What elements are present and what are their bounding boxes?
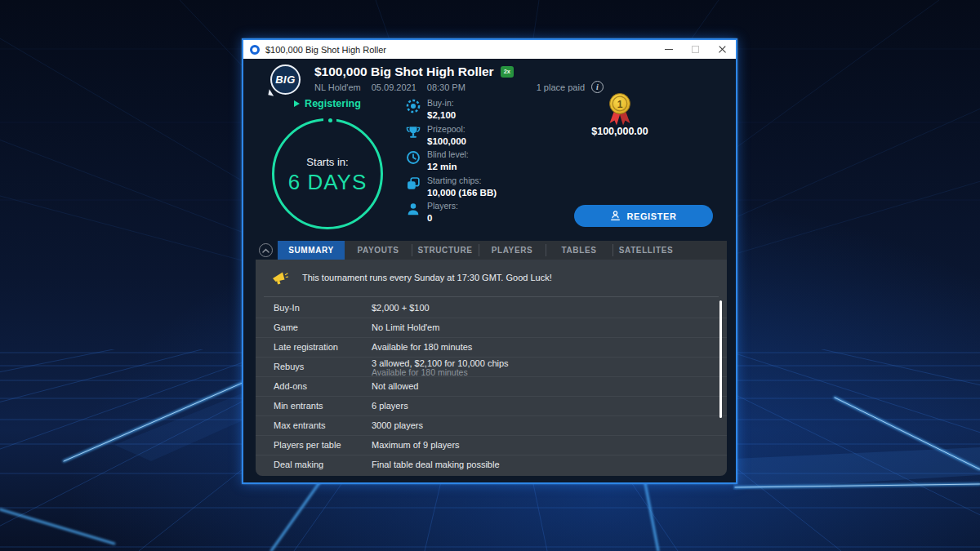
countdown-circle: Starts in: 6 DAYS	[272, 118, 383, 229]
row-label: Deal making	[274, 455, 323, 474]
clock-icon	[406, 150, 421, 165]
stat-starting-chips: Starting chips: 10,000 (166 BB)	[406, 176, 586, 198]
lobby-content: BIG $100,000 Big Shot High Roller 2x NL …	[243, 59, 736, 482]
tournament-title: $100,000 Big Shot High Roller 2x	[314, 64, 514, 79]
circle-progress-dot	[328, 118, 332, 122]
tournament-title-text: $100,000 Big Shot High Roller	[314, 64, 494, 79]
poker-chip-icon	[406, 99, 421, 113]
minimize-icon	[665, 49, 673, 51]
tab-players[interactable]: PLAYERS	[479, 241, 546, 260]
stat-label: Buy-in:	[427, 98, 456, 109]
scrollbar-thumb[interactable]	[719, 300, 722, 418]
summary-row: Game No Limit Hold'em	[256, 318, 727, 338]
logo-text: BIG	[275, 73, 296, 86]
stat-value: 12 min	[427, 161, 469, 172]
places-paid-text: 1 place paid	[537, 82, 585, 92]
stat-label: Starting chips:	[427, 176, 497, 186]
stat-value: $2,100	[427, 109, 456, 121]
desktop-background: $100,000 Big Shot High Roller BIG $100,0…	[0, 0, 980, 551]
register-button-label: REGISTER	[626, 211, 676, 221]
tournament-date: 05.09.2021	[372, 82, 416, 92]
row-label: Game	[274, 318, 298, 337]
stat-prizepool: Prizepool: $100,000	[406, 124, 586, 147]
tab-structure[interactable]: STRUCTURE	[412, 241, 479, 260]
tab-payouts[interactable]: PAYOUTS	[345, 241, 412, 260]
window-titlebar[interactable]: $100,000 Big Shot High Roller	[243, 40, 736, 59]
register-seat-icon	[610, 211, 621, 221]
row-value: Maximum of 9 players	[372, 436, 460, 455]
lobby-tabs: SUMMARY PAYOUTS STRUCTURE PLAYERS TABLES…	[278, 241, 727, 260]
summary-row: Add-ons Not allowed	[256, 377, 727, 397]
row-value: 6 players	[372, 397, 408, 415]
tournament-time: 08:30 PM	[427, 82, 466, 92]
row-value: Final table deal making possible	[372, 455, 500, 474]
trophy-icon	[406, 125, 421, 140]
summary-row: Late registration Available for 180 minu…	[256, 338, 727, 358]
big-shot-logo: BIG	[270, 64, 301, 95]
summary-row: Min entrants 6 players	[256, 397, 727, 416]
starts-in-label: Starts in:	[274, 156, 381, 168]
maximize-icon	[692, 46, 699, 53]
stat-players: Players: 0	[406, 201, 586, 224]
prize-amount: $100,000.00	[563, 126, 677, 137]
megaphone-icon	[271, 269, 288, 286]
stat-label: Blind level:	[427, 149, 469, 160]
tab-tables[interactable]: TABLES	[546, 241, 612, 260]
summary-row: Players per table Maximum of 9 players	[256, 436, 727, 455]
chevron-up-icon	[262, 248, 270, 253]
info-icon[interactable]: i	[591, 81, 604, 93]
stat-blind-level: Blind level: 12 min	[406, 149, 586, 172]
starts-in-value: 6 DAYS	[274, 170, 381, 195]
close-icon	[718, 45, 727, 54]
row-label: Max entrants	[274, 416, 326, 435]
register-button[interactable]: REGISTER	[574, 205, 713, 227]
play-icon	[294, 100, 300, 107]
row-value: 3000 players	[372, 416, 423, 435]
row-label: Min entrants	[274, 397, 323, 415]
stat-label: Prizepool:	[427, 124, 466, 135]
chip-stack-icon	[406, 176, 421, 191]
stat-value: 0	[427, 212, 458, 224]
row-label: Late registration	[274, 338, 338, 357]
row-label: Add-ons	[274, 377, 307, 396]
registering-label: Registering	[305, 98, 361, 109]
stat-buyin: Buy-in: $2,100	[406, 98, 586, 121]
window-title: $100,000 Big Shot High Roller	[265, 45, 655, 55]
row-value: Available for 180 minutes	[372, 338, 472, 357]
row-value: $2,000 + $100	[372, 299, 430, 318]
registering-status: Registering	[272, 98, 383, 109]
first-place-medal-icon: 1	[605, 91, 635, 128]
player-icon	[406, 202, 421, 216]
tab-summary[interactable]: SUMMARY	[278, 241, 345, 260]
summary-panel: This tournament runs every Sunday at 17:…	[256, 260, 727, 476]
tab-satellites[interactable]: SATELLITES	[612, 241, 679, 260]
divider	[264, 296, 719, 297]
row-label: Players per table	[274, 436, 341, 455]
announcement: This tournament runs every Sunday at 17:…	[256, 260, 727, 296]
summary-row: Deal making Final table deal making poss…	[256, 455, 727, 475]
tournament-lobby-window: $100,000 Big Shot High Roller BIG $100,0…	[242, 38, 737, 484]
places-paid: 1 place paid i	[537, 81, 604, 93]
announcement-text: This tournament runs every Sunday at 17:…	[302, 273, 552, 282]
close-button[interactable]	[709, 40, 736, 59]
reentry-badge: 2x	[501, 66, 514, 78]
stat-label: Players:	[427, 201, 458, 211]
row-value: No Limit Hold'em	[372, 318, 439, 337]
stat-value: 10,000 (166 BB)	[427, 187, 497, 198]
row-label: Buy-In	[274, 299, 300, 318]
row-label: Rebuys	[274, 358, 304, 376]
tournament-subtitle: NL Hold'em 05.09.2021 08:30 PM	[314, 82, 466, 92]
window-controls	[655, 40, 736, 59]
collapse-panel-button[interactable]	[259, 243, 273, 257]
maximize-button[interactable]	[682, 40, 709, 59]
minimize-button[interactable]	[655, 40, 682, 59]
summary-row: Max entrants 3000 players	[256, 416, 727, 436]
row-value: Not allowed	[372, 377, 418, 396]
summary-row: Rebuys 3 allowed, $2,100 for 10,000 chip…	[256, 358, 727, 377]
game-type: NL Hold'em	[314, 82, 361, 92]
stat-value: $100,000	[427, 136, 466, 147]
summary-row: Buy-In $2,000 + $100	[256, 299, 727, 318]
app-icon	[250, 45, 260, 55]
row-subvalue: Available for 180 minutes	[372, 368, 468, 377]
svg-text:1: 1	[617, 99, 623, 110]
